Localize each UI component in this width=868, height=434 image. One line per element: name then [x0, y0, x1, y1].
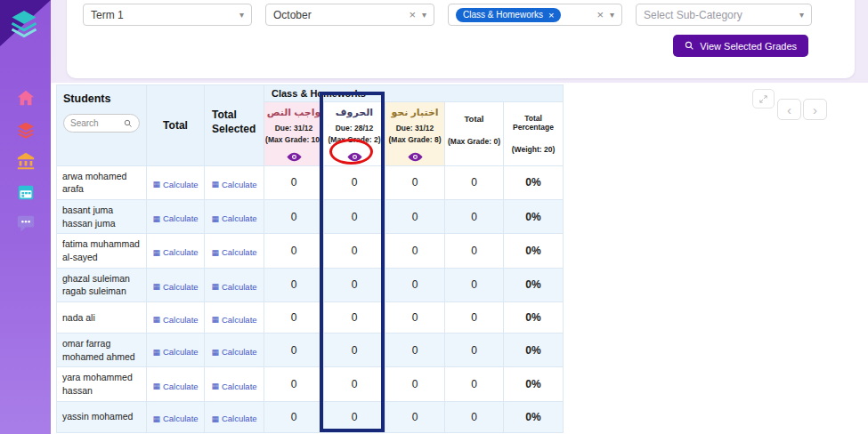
student-name: ghazal suleiman ragab suleiman [57, 268, 147, 301]
grade-cell: 0 [385, 401, 445, 432]
total-header: Total [147, 85, 205, 166]
grade-cell: 0 [264, 367, 324, 401]
grade-cell: 0 [385, 268, 445, 301]
calculate-total-button[interactable]: ▦Calculate [152, 247, 198, 257]
calculate-total-button[interactable]: ▦Calculate [152, 282, 198, 292]
month-value: October [273, 9, 402, 21]
calculator-icon: ▦ [211, 248, 219, 257]
calculate-selected-button[interactable]: ▦Calculate [211, 414, 256, 423]
calculate-label: Calculate [163, 282, 199, 292]
student-search-box[interactable] [63, 114, 140, 133]
calculate-label: Calculate [222, 414, 257, 423]
calculate-label: Calculate [222, 247, 257, 257]
calculate-label: Calculate [163, 315, 199, 325]
sidebar-nav [0, 89, 51, 233]
table-row: fatima muhammad al-sayed ▦Calculate ▦Cal… [57, 234, 564, 268]
chip-remove-icon[interactable]: × [548, 10, 554, 20]
grade-cell: 0 [324, 367, 385, 401]
subjects-icon[interactable] [16, 120, 36, 140]
table-row: omar farrag mohamed ahmed ▦Calculate ▦Ca… [57, 334, 564, 367]
calculate-total-button[interactable]: ▦Calculate [152, 347, 198, 357]
calculate-total-button[interactable]: ▦Calculate [152, 414, 198, 423]
calculate-label: Calculate [163, 414, 199, 423]
calculate-selected-button[interactable]: ▦Calculate [211, 382, 256, 391]
assignment-column-header: واجب النص Due: 31/12 (Max Grade: 10) [264, 102, 324, 166]
grades-table: Students Total Total Selected Class & Ho… [56, 84, 564, 433]
eye-icon[interactable] [264, 149, 323, 165]
calculate-selected-button[interactable]: ▦Calculate [211, 282, 256, 292]
total-cell: 0 [445, 401, 504, 432]
assignment-column-header: الحروف Due: 28/12 (Max Grade: 2) [324, 102, 385, 166]
eye-icon[interactable] [385, 149, 444, 165]
subcategory-select[interactable]: Select Sub-Category ▾ [636, 4, 812, 26]
calculate-total-button[interactable]: ▦Calculate [152, 180, 198, 189]
term-value: Term 1 [91, 9, 233, 21]
prev-page-button[interactable]: ‹ [777, 99, 801, 120]
calculator-icon: ▦ [152, 382, 160, 390]
search-icon [685, 41, 694, 51]
assignment-column-header: اختبار نحو Due: 31/12 (Max Grade: 8) [385, 102, 445, 166]
student-name: omar farrag mohamed ahmed [57, 334, 147, 367]
grades-panel: ‹ › Students Total Total Selecte [51, 83, 868, 434]
grade-cell: 0 [264, 234, 324, 268]
chat-icon[interactable] [16, 213, 36, 233]
search-input[interactable] [70, 118, 120, 128]
calculator-icon: ▦ [211, 414, 219, 423]
grade-cell: 0 [324, 334, 385, 367]
total-selected-header: Total Selected [205, 85, 264, 166]
calculate-total-button[interactable]: ▦Calculate [152, 315, 198, 325]
search-icon [124, 119, 133, 128]
table-row: nada ali ▦Calculate ▦Calculate 0 0 0 0 0… [57, 302, 564, 334]
category-chip: Class & Homeworks × [456, 8, 561, 22]
calculate-selected-button[interactable]: ▦Calculate [211, 347, 256, 357]
students-header-cell: Students [57, 85, 147, 166]
bank-icon[interactable] [16, 151, 36, 171]
calculator-icon: ▦ [152, 248, 160, 257]
view-selected-grades-button[interactable]: View Selected Grades [673, 35, 808, 57]
calculate-selected-button[interactable]: ▦Calculate [211, 180, 256, 189]
assignment-title: اختبار نحو [385, 107, 444, 118]
next-page-button[interactable]: › [803, 99, 827, 120]
grade-cell: 0 [264, 401, 324, 432]
calculator-icon: ▦ [152, 414, 160, 423]
calculator-icon: ▦ [211, 180, 219, 189]
calculate-label: Calculate [163, 347, 199, 357]
due-date: Due: 31/12 [264, 123, 323, 134]
percentage-cell: 0% [504, 234, 564, 268]
category-select[interactable]: Class & Homeworks × × ▾ [448, 4, 622, 26]
clear-icon[interactable]: × [409, 8, 416, 21]
total-cell: 0 [445, 302, 504, 334]
calculate-label: Calculate [222, 213, 257, 223]
percentage-cell: 0% [504, 367, 564, 401]
calendar-icon[interactable] [16, 182, 36, 202]
calculate-total-button[interactable]: ▦Calculate [152, 382, 198, 391]
calculator-icon: ▦ [152, 315, 160, 324]
calculate-total-button[interactable]: ▦Calculate [152, 213, 198, 223]
total-percentage-column-header: Total Percentage (Weight: 20) [504, 102, 564, 166]
expand-button[interactable] [752, 89, 775, 108]
grade-cell: 0 [385, 234, 445, 268]
total-cell: 0 [445, 234, 504, 268]
chevron-down-icon: ▾ [239, 10, 244, 20]
eye-icon[interactable] [324, 149, 385, 165]
calculator-icon: ▦ [152, 348, 160, 357]
total-cell: 0 [445, 268, 504, 301]
filter-bar: Term 1 ▾ October × ▾ Class & Homeworks ×… [67, 0, 855, 78]
table-row: ghazal suleiman ragab suleiman ▦Calculat… [57, 268, 564, 301]
school-icon[interactable] [16, 89, 36, 108]
assignment-title: الحروف [324, 107, 385, 118]
calculate-label: Calculate [163, 382, 199, 391]
calculate-label: Calculate [163, 180, 199, 189]
grade-cell: 0 [324, 199, 385, 233]
calculate-selected-button[interactable]: ▦Calculate [211, 213, 256, 223]
logo-icon[interactable] [8, 8, 40, 40]
grade-cell: 0 [324, 165, 385, 199]
calculate-selected-button[interactable]: ▦Calculate [211, 315, 256, 325]
clear-icon[interactable]: × [596, 8, 604, 21]
calculate-label: Calculate [222, 282, 257, 292]
term-select[interactable]: Term 1 ▾ [83, 4, 252, 26]
month-select[interactable]: October × ▾ [265, 4, 434, 26]
calculate-selected-button[interactable]: ▦Calculate [211, 247, 256, 257]
due-date: Due: 28/12 [324, 123, 385, 134]
max-grade: (Max Grade: 8) [385, 134, 444, 146]
